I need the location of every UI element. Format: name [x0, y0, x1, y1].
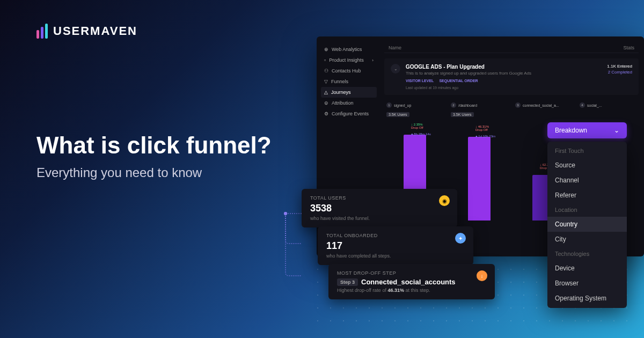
funnel-summary-card[interactable]: ⌄ GOOGLE ADS - Plan Upgraded This is to … — [384, 58, 639, 95]
tag-visitor-level: VISITOR LEVEL — [406, 79, 434, 83]
target-icon: ⊚ — [324, 100, 328, 106]
chevron-right-icon: › — [372, 58, 374, 63]
sidebar-item-funnels[interactable]: ▽Funnels — [321, 76, 377, 87]
breakdown-item-browser[interactable]: Browser — [547, 276, 627, 291]
card-total-users: ◉ TOTAL USERS 3538 who have visited the … — [302, 189, 457, 227]
breakdown-item-location: Location — [547, 203, 627, 217]
breakdown-dropdown: Breakdown ⌄ First TouchSourceChannelRefe… — [547, 122, 627, 308]
breakdown-item-channel[interactable]: Channel — [547, 173, 627, 188]
table-header: Name Stats — [384, 43, 639, 53]
map-icon: △ — [324, 90, 328, 95]
sidebar-item-configure-events[interactable]: ⚙Configure Events — [321, 108, 377, 119]
hero-text: What is click funnel? Everything you nee… — [36, 132, 272, 180]
chevron-down-icon: ⌄ — [614, 127, 619, 134]
onboarded-icon: ✦ — [455, 233, 466, 244]
stat-entered: 1.1K Entered — [607, 64, 632, 69]
breakdown-item-country[interactable]: Country — [547, 217, 627, 232]
logo-icon — [36, 24, 48, 39]
breakdown-item-referer[interactable]: Referer — [547, 188, 627, 203]
funnel-desc: This is to analyze signed up and upgrade… — [406, 71, 602, 76]
breakdown-menu: First TouchSourceChannelRefererLocationC… — [547, 142, 627, 308]
tag-sequential: SEQUENTIAL ORDER — [439, 79, 478, 83]
sidebar-item-product-insights[interactable]: ▫Product Insights› — [321, 55, 377, 65]
breakdown-item-source[interactable]: Source — [547, 158, 627, 173]
sidebar-item-web-analytics[interactable]: ⊕Web Analytics — [321, 44, 377, 55]
breakdown-item-city[interactable]: City — [547, 232, 627, 247]
last-updated: Last updated at 19 minutes ago — [406, 86, 602, 90]
dropoff-step: Step 3 Connected_social_accounts — [337, 278, 486, 286]
funnel-icon: ▽ — [324, 79, 328, 84]
expand-icon[interactable]: ⌄ — [391, 64, 400, 74]
hero-subtitle: Everything you need to know — [36, 165, 272, 180]
connector-lines — [282, 203, 304, 283]
breakdown-item-first-touch: First Touch — [547, 144, 627, 158]
svg-point-1 — [284, 212, 287, 215]
hero-title: What is click funnel? — [36, 132, 272, 159]
svg-point-0 — [284, 212, 287, 215]
user-icon: ⚇ — [324, 68, 328, 74]
col-stats: Stats — [623, 45, 634, 50]
card-dropoff: ↓ MOST DROP-OFF STEP Step 3 Connected_so… — [328, 264, 495, 299]
breakdown-item-technologies: Technologies — [547, 247, 627, 261]
sidebar-item-journeys[interactable]: △Journeys — [321, 87, 377, 98]
stat-completed: 2 Completed — [607, 70, 632, 75]
stat-cards: ◉ TOTAL USERS 3538 who have visited the … — [302, 189, 495, 298]
sidebar-item-attribution[interactable]: ⊚Attribution — [321, 98, 377, 108]
brand-name: USERMAVEN — [53, 24, 137, 38]
gear-icon: ⚙ — [324, 111, 328, 116]
onboarded-value: 117 — [326, 240, 465, 252]
total-users-value: 3538 — [310, 203, 449, 214]
brand-logo: USERMAVEN — [36, 24, 137, 39]
box-icon: ▫ — [324, 57, 326, 63]
col-name: Name — [389, 45, 401, 50]
dropoff-icon: ↓ — [477, 270, 487, 281]
users-icon: ◉ — [439, 195, 450, 206]
breakdown-item-operating-system[interactable]: Operating System — [547, 291, 627, 306]
dropoff-sub: Highest drop-off rate of 46.31% at this … — [337, 288, 486, 293]
funnel-title: GOOGLE ADS - Plan Upgraded — [406, 64, 602, 70]
globe-icon: ⊕ — [324, 47, 328, 52]
sidebar-item-contacts-hub[interactable]: ⚇Contacts Hub — [321, 65, 377, 76]
breakdown-button[interactable]: Breakdown ⌄ — [547, 122, 627, 138]
breakdown-item-device[interactable]: Device — [547, 261, 627, 276]
card-onboarded: ✦ TOTAL ONBOARDED 117 who have completed… — [318, 226, 473, 265]
